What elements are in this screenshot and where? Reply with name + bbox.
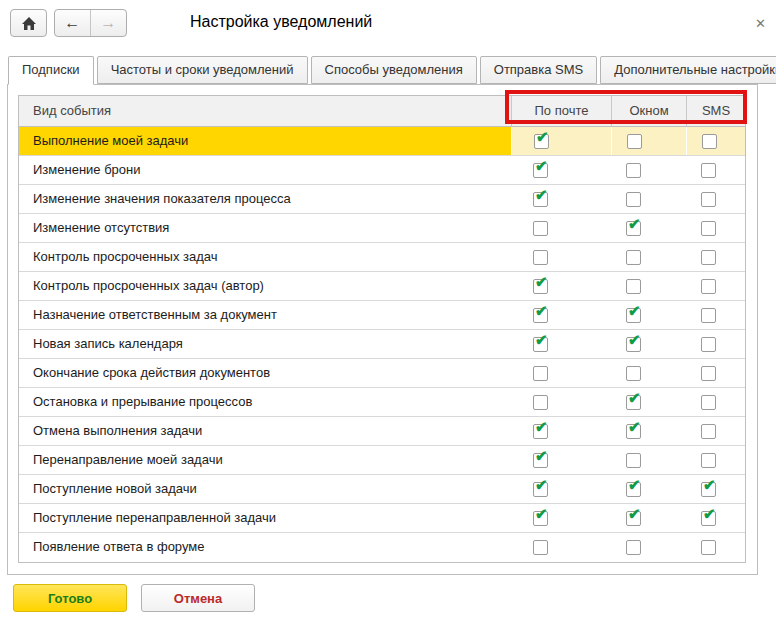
done-button[interactable]: Готово — [13, 584, 127, 612]
checkbox-by-mail[interactable]: ✔ — [533, 453, 548, 468]
tab-3[interactable]: Отправка SMS — [480, 56, 597, 84]
checkbox-window[interactable] — [626, 540, 641, 555]
checkbox-window[interactable] — [626, 279, 641, 294]
checkbox-by-mail[interactable] — [533, 221, 548, 236]
checkbox-sms[interactable] — [701, 221, 716, 236]
checkbox-sms[interactable] — [701, 395, 716, 410]
checkbox-by-mail[interactable] — [533, 250, 548, 265]
check-icon: ✔ — [628, 477, 641, 492]
checkbox-window-cell: ✔ — [611, 388, 686, 416]
table-row[interactable]: Назначение ответственным за документ✔✔ — [19, 301, 745, 330]
column-header-window[interactable]: Окном — [611, 96, 686, 126]
table-row[interactable]: Перенаправление моей задачи✔ — [19, 446, 745, 475]
checkbox-window-cell: ✔ — [611, 301, 686, 329]
checkbox-by-mail[interactable] — [533, 540, 548, 555]
checkbox-by-mail[interactable]: ✔ — [533, 163, 548, 178]
checkbox-sms-cell — [686, 214, 745, 242]
table-row[interactable]: Остановка и прерывание процессов✔ — [19, 388, 745, 417]
checkbox-sms[interactable] — [701, 540, 716, 555]
checkbox-by-mail[interactable] — [533, 395, 548, 410]
table-row[interactable]: Контроль просроченных задач (автор)✔ — [19, 272, 745, 301]
table-row[interactable]: Изменение отсутствия✔ — [19, 214, 745, 243]
table-row[interactable]: Новая запись календаря✔✔ — [19, 330, 745, 359]
checkbox-by-mail[interactable]: ✔ — [533, 192, 548, 207]
checkbox-sms[interactable]: ✔ — [701, 511, 716, 526]
checkbox-by-mail-cell — [511, 388, 611, 416]
table-row[interactable]: Поступление перенаправленной задачи✔✔✔ — [19, 504, 745, 533]
table-header-row: Вид события По почте Окном SMS — [19, 96, 745, 127]
checkbox-by-mail[interactable]: ✔ — [534, 134, 549, 149]
checkbox-by-mail[interactable]: ✔ — [533, 308, 548, 323]
checkbox-by-mail[interactable]: ✔ — [533, 424, 548, 439]
event-type-label: Новая запись календаря — [19, 330, 511, 358]
checkbox-by-mail[interactable]: ✔ — [533, 482, 548, 497]
checkbox-window[interactable] — [626, 163, 641, 178]
table-row[interactable]: Изменение брони✔ — [19, 156, 745, 185]
checkbox-window[interactable]: ✔ — [626, 337, 641, 352]
checkbox-by-mail-cell — [511, 243, 611, 271]
checkbox-sms[interactable] — [701, 308, 716, 323]
table-row[interactable]: Изменение значения показателя процесса✔ — [19, 185, 745, 214]
event-type-label: Изменение значения показателя процесса — [19, 185, 511, 213]
tab-4[interactable]: Дополнительные настройки — [600, 56, 776, 84]
event-type-label: Остановка и прерывание процессов — [19, 388, 511, 416]
tab-2[interactable]: Способы уведомления — [311, 56, 477, 84]
event-type-label: Отмена выполнения задачи — [19, 417, 511, 445]
check-icon: ✔ — [535, 274, 548, 289]
table-row[interactable]: Появление ответа в форуме — [19, 533, 745, 562]
checkbox-sms[interactable] — [702, 134, 717, 149]
checkbox-sms-cell — [686, 243, 745, 271]
home-button[interactable] — [10, 9, 47, 37]
checkbox-window[interactable]: ✔ — [626, 308, 641, 323]
checkbox-by-mail[interactable] — [533, 366, 548, 381]
event-type-label: Изменение отсутствия — [19, 214, 511, 242]
checkbox-sms[interactable] — [701, 250, 716, 265]
checkbox-window[interactable]: ✔ — [626, 482, 641, 497]
checkbox-sms[interactable] — [701, 424, 716, 439]
checkbox-sms[interactable] — [701, 279, 716, 294]
close-icon[interactable]: ✕ — [755, 16, 766, 31]
check-icon: ✔ — [628, 216, 641, 231]
checkbox-window[interactable] — [627, 134, 642, 149]
checkbox-sms-cell — [686, 330, 745, 358]
table-row[interactable]: Окончание срока действия документов — [19, 359, 745, 388]
checkbox-window[interactable] — [626, 250, 641, 265]
table-row[interactable]: Отмена выполнения задачи✔✔ — [19, 417, 745, 446]
column-header-sms[interactable]: SMS — [686, 96, 745, 126]
checkbox-window-cell — [611, 446, 686, 474]
checkbox-window[interactable]: ✔ — [626, 221, 641, 236]
checkbox-by-mail-cell: ✔ — [511, 330, 611, 358]
checkbox-window-cell — [611, 185, 686, 213]
checkbox-by-mail-cell: ✔ — [511, 272, 611, 300]
checkbox-sms[interactable] — [701, 163, 716, 178]
checkbox-window[interactable]: ✔ — [626, 395, 641, 410]
forward-button[interactable]: → — [91, 10, 127, 36]
back-button[interactable]: ← — [55, 10, 91, 36]
tab-1[interactable]: Частоты и сроки уведомлений — [97, 56, 308, 84]
checkbox-sms[interactable] — [701, 337, 716, 352]
check-icon: ✔ — [703, 506, 716, 521]
table-row[interactable]: Контроль просроченных задач — [19, 243, 745, 272]
check-icon: ✔ — [703, 477, 716, 492]
cancel-button[interactable]: Отмена — [141, 584, 255, 612]
tab-0[interactable]: Подписки — [8, 56, 94, 85]
checkbox-sms-cell — [686, 359, 745, 387]
column-header-event-type[interactable]: Вид события — [19, 96, 511, 126]
checkbox-window[interactable] — [626, 366, 641, 381]
checkbox-by-mail[interactable]: ✔ — [533, 511, 548, 526]
checkbox-window-cell — [611, 156, 686, 184]
checkbox-sms[interactable]: ✔ — [701, 482, 716, 497]
checkbox-by-mail[interactable]: ✔ — [533, 337, 548, 352]
checkbox-window[interactable] — [626, 453, 641, 468]
checkbox-sms[interactable] — [701, 192, 716, 207]
table-row[interactable]: Выполнение моей задачи✔ — [19, 127, 745, 156]
checkbox-sms[interactable] — [701, 366, 716, 381]
checkbox-by-mail[interactable]: ✔ — [533, 279, 548, 294]
table-row[interactable]: Поступление новой задачи✔✔✔ — [19, 475, 745, 504]
event-type-label: Поступление новой задачи — [19, 475, 511, 503]
column-header-by-mail[interactable]: По почте — [511, 96, 611, 126]
checkbox-window[interactable]: ✔ — [626, 511, 641, 526]
checkbox-window[interactable] — [626, 192, 641, 207]
checkbox-window[interactable]: ✔ — [626, 424, 641, 439]
checkbox-sms[interactable] — [701, 453, 716, 468]
